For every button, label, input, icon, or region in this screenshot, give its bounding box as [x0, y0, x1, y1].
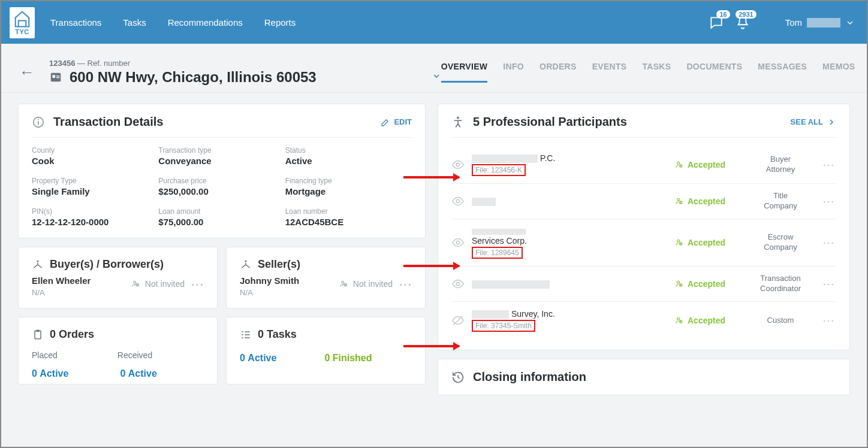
notifications-icon[interactable]: 2931	[735, 15, 751, 31]
seller-name: Johnny Smith	[240, 276, 299, 286]
eye-icon[interactable]	[451, 195, 465, 208]
status-value: Active	[285, 156, 412, 166]
ref-number: 123456	[49, 59, 75, 68]
buyers-card: Buyer(s) / Borrower(s) Ellen Wheeler N/A…	[18, 247, 218, 308]
participant-row: Services Corp. File: 1289645 Accepted Es…	[451, 219, 836, 267]
tab-documents[interactable]: DOCUMENTS	[686, 62, 742, 83]
eye-icon[interactable]	[451, 158, 465, 171]
annotation-arrow	[403, 265, 459, 267]
orders-placed-active[interactable]: 0 Active	[32, 368, 68, 379]
svg-point-26	[677, 317, 680, 320]
user-menu[interactable]: Tom	[785, 17, 855, 28]
tasks-title: 0 Tasks	[258, 328, 297, 341]
participant-role: TransactionCoordinator	[748, 274, 813, 294]
nav-reports[interactable]: Reports	[264, 17, 296, 28]
orders-title: 0 Orders	[50, 328, 94, 341]
svg-point-7	[134, 281, 136, 283]
main-nav: Transactions Tasks Recommendations Repor…	[50, 17, 296, 28]
participant-status: Accepted	[674, 160, 740, 169]
ptype-value: Single Family	[32, 186, 158, 196]
svg-point-9	[342, 281, 344, 283]
messages-count: 16	[716, 10, 730, 19]
person-x-icon	[339, 279, 348, 289]
participant-name	[472, 279, 667, 289]
buyer-status: Not invited	[131, 279, 185, 289]
contact-card-icon	[49, 71, 62, 84]
county-value: Cook	[32, 156, 158, 166]
edit-button[interactable]: EDIT	[381, 117, 412, 127]
svg-rect-3	[56, 77, 60, 78]
row-more-icon[interactable]: ⋯	[821, 235, 836, 250]
tab-memos[interactable]: MEMOS	[822, 62, 855, 83]
loan-value: $75,000.00	[158, 217, 285, 227]
top-bar: TYC Transactions Tasks Recommendations R…	[1, 1, 867, 44]
tab-overview[interactable]: OVERVIEW	[441, 62, 488, 83]
svg-point-17	[456, 199, 460, 203]
seller-more-icon[interactable]: ⋯	[399, 281, 412, 287]
nav-transactions[interactable]: Transactions	[50, 17, 101, 28]
sub-header: ← 123456 — Ref. number 600 NW Hwy, Chica…	[1, 44, 867, 93]
eye-icon[interactable]	[451, 236, 465, 249]
participant-row: Accepted TitleCompany ⋯	[451, 184, 836, 219]
nav-recommendations[interactable]: Recommendations	[168, 17, 243, 28]
info-icon	[32, 116, 45, 129]
row-more-icon[interactable]: ⋯	[821, 313, 836, 328]
row-more-icon[interactable]: ⋯	[821, 277, 836, 291]
pprice-value: $250,000.00	[158, 186, 285, 196]
hanger-down-icon	[32, 259, 44, 271]
participant-row: Accepted TransactionCoordinator ⋯	[451, 267, 836, 302]
person-check-icon	[674, 238, 684, 247]
logo[interactable]: TYC	[10, 7, 35, 38]
orders-received-active[interactable]: 0 Active	[120, 368, 156, 379]
tab-info[interactable]: INFO	[503, 62, 524, 83]
participant-file: File: 1289645	[472, 247, 523, 259]
row-more-icon[interactable]: ⋯	[821, 194, 836, 208]
svg-point-24	[677, 281, 680, 283]
chevron-down-icon	[845, 18, 855, 28]
participant-name: Survey, Inc.	[472, 309, 667, 319]
tasks-finished[interactable]: 0 Finished	[324, 353, 372, 364]
loann-label: Loan number	[285, 207, 412, 216]
row-more-icon[interactable]: ⋯	[821, 158, 836, 172]
orders-placed-label: Placed	[32, 350, 58, 360]
orders-card: 0 Orders Placed Received 0 Active 0 Acti…	[18, 317, 218, 385]
tab-events[interactable]: EVENTS	[592, 62, 627, 83]
status-label: Status	[285, 146, 412, 155]
annotation-arrow	[403, 176, 459, 178]
page-title: 600 NW Hwy, Chicago, Illinois 60053	[70, 69, 317, 86]
eye-off-icon[interactable]	[451, 314, 465, 327]
list-icon	[240, 329, 252, 341]
svg-rect-12	[37, 329, 40, 331]
participant-name	[472, 196, 667, 206]
svg-rect-1	[53, 75, 56, 78]
buyer-more-icon[interactable]: ⋯	[191, 281, 204, 287]
transaction-details-title: Transaction Details	[53, 115, 163, 129]
svg-point-21	[677, 240, 680, 242]
tab-orders[interactable]: ORDERS	[540, 62, 577, 83]
orders-received-label: Received	[117, 350, 152, 360]
participants-card: 5 Professional Participants SEE ALL P.C.…	[438, 104, 850, 350]
chevron-right-icon	[827, 117, 836, 127]
back-arrow-icon[interactable]: ←	[19, 63, 35, 81]
title-dropdown[interactable]	[432, 71, 441, 83]
messages-icon[interactable]: 16	[709, 15, 724, 31]
closing-info-card: Closing information	[438, 359, 850, 395]
seller-sub: N/A	[240, 288, 299, 297]
buyer-name: Ellen Wheeler	[32, 276, 91, 286]
nav-tasks[interactable]: Tasks	[123, 17, 146, 28]
eye-icon[interactable]	[451, 277, 465, 290]
svg-point-23	[456, 282, 460, 286]
closing-title: Closing information	[473, 370, 586, 384]
participant-name-line2: Services Corp.	[472, 236, 667, 246]
tasks-card: 0 Tasks 0 Active 0 Finished	[226, 317, 426, 385]
see-all-button[interactable]: SEE ALL	[791, 117, 836, 127]
person-x-icon	[131, 279, 140, 289]
participant-role: TitleCompany	[748, 191, 813, 211]
notifications-count: 2931	[736, 10, 756, 19]
participant-role: BuyerAttorney	[748, 155, 813, 175]
tasks-active[interactable]: 0 Active	[240, 353, 276, 364]
tab-tasks[interactable]: TASKS	[643, 62, 671, 83]
svg-rect-5	[38, 121, 39, 125]
tab-messages[interactable]: MESSAGES	[758, 62, 807, 83]
transaction-details-card: Transaction Details EDIT CountyCook Tran…	[18, 104, 426, 238]
